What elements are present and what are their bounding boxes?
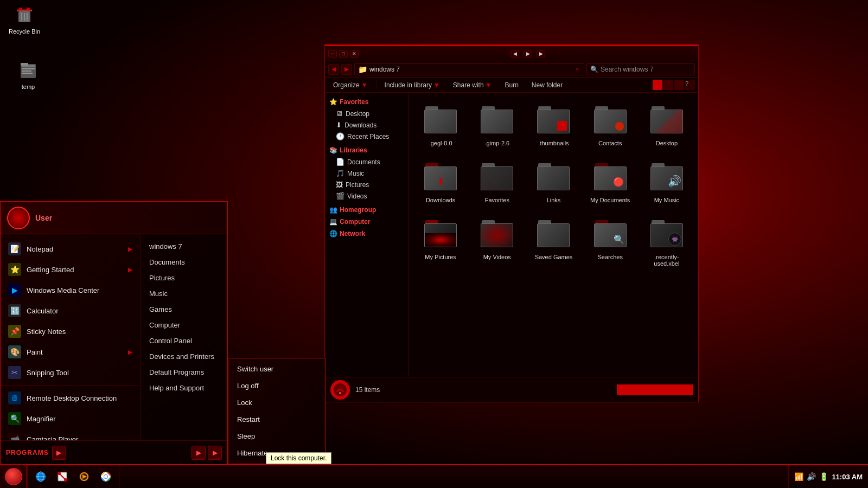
file-gimp-label: .gimp-2.6: [484, 140, 509, 146]
sm-snipping[interactable]: ✂ Snipping Tool: [1, 362, 140, 383]
file-my-pictures[interactable]: My Pictures: [414, 212, 467, 271]
taskbar-wmp[interactable]: [74, 467, 94, 486]
file-my-videos[interactable]: My Videos: [471, 212, 523, 271]
sm-paint[interactable]: 🎨 Paint ▶: [1, 342, 140, 362]
file-gegl[interactable]: .gegl-0.0: [414, 98, 467, 151]
system-clock[interactable]: 11:03 AM: [832, 473, 863, 481]
file-recently-used[interactable]: 👾 .recently-used.xbel: [641, 212, 693, 271]
file-thumbnails[interactable]: .thumbnails: [527, 98, 579, 151]
start-menu-body: 📝 Notepad ▶ ⭐ Getting Started ▶ ▶ Window…: [1, 234, 227, 440]
file-gimp[interactable]: .gimp-2.6: [471, 98, 523, 151]
power-switch-user[interactable]: Switch user: [228, 361, 325, 377]
file-desktop-label: Desktop: [656, 140, 678, 146]
power-log-off[interactable]: Log off: [228, 377, 325, 394]
share-with-button[interactable]: Share with ▼: [448, 80, 497, 91]
taskbar-snipping[interactable]: [53, 467, 72, 486]
sm-remote-desktop-label: Remote Desktop Connection: [27, 394, 117, 402]
sm-notepad-label: Notepad: [27, 245, 53, 253]
sidebar-music[interactable]: 🎵 Music: [325, 168, 409, 179]
temp-icon[interactable]: temp: [7, 60, 50, 90]
programs-btn2[interactable]: ▶: [192, 446, 206, 460]
taskbar-chrome[interactable]: [96, 467, 116, 486]
back-button[interactable]: ◀: [328, 64, 339, 75]
file-searches[interactable]: 🔍 Searches: [584, 212, 636, 271]
sm-right-help-support[interactable]: Help and Support: [141, 380, 227, 396]
sm-calculator[interactable]: 🔢 Calculator: [1, 300, 140, 321]
favorites-header[interactable]: ⭐ Favorites: [325, 96, 409, 108]
sm-right-windows7[interactable]: windows 7: [141, 239, 227, 254]
maximize-button[interactable]: □: [339, 50, 348, 57]
sm-right-control-panel[interactable]: Control Panel: [141, 333, 227, 349]
file-favorites[interactable]: Favorites: [471, 155, 523, 208]
computer-header[interactable]: 💻 Computer: [325, 216, 409, 228]
close-button[interactable]: ✕: [350, 50, 359, 57]
minimize-button[interactable]: ─: [328, 50, 337, 57]
sidebar-documents[interactable]: 📄 Documents: [325, 156, 409, 168]
sm-sticky-notes[interactable]: 📌 Sticky Notes: [1, 321, 140, 342]
file-my-videos-label: My Videos: [483, 254, 511, 260]
sidebar-downloads[interactable]: ⬇ Downloads: [325, 119, 409, 131]
file-saved-games[interactable]: Saved Games: [527, 212, 579, 271]
power-restart[interactable]: Restart: [228, 411, 325, 428]
help-button[interactable]: ?: [685, 80, 695, 90]
file-recently-used-label: .recently-used.xbel: [645, 254, 688, 267]
sidebar-desktop[interactable]: 🖥 Desktop: [325, 108, 409, 119]
organize-button[interactable]: Organize ▼: [328, 80, 373, 91]
username: User: [35, 214, 52, 222]
start-orb: [5, 468, 22, 485]
recycle-bin-icon[interactable]: Recycle Bin: [3, 4, 46, 35]
sm-remote-desktop[interactable]: 🖥 Remote Desktop Connection: [1, 388, 140, 408]
sidebar-videos[interactable]: 🎬 Videos: [325, 190, 409, 202]
network-header[interactable]: 🌐 Network: [325, 228, 409, 240]
file-my-music-label: My Music: [654, 197, 679, 203]
sm-right-pictures[interactable]: Pictures: [141, 270, 227, 286]
file-downloads[interactable]: ⬇ Downloads: [414, 155, 467, 208]
taskbar-ie[interactable]: [31, 467, 50, 486]
file-contacts[interactable]: Contacts: [584, 98, 636, 151]
view-details[interactable]: [663, 80, 673, 90]
temp-image: [17, 60, 39, 81]
forward-button[interactable]: ▶: [341, 64, 352, 75]
sm-right-computer[interactable]: Computer: [141, 317, 227, 333]
new-folder-button[interactable]: New folder: [527, 80, 567, 91]
titlebar-fwd[interactable]: ▶: [524, 50, 532, 57]
sm-right-documents[interactable]: Documents: [141, 254, 227, 270]
sidebar-pictures[interactable]: 🖼 Pictures: [325, 179, 409, 190]
titlebar-back[interactable]: ◀: [510, 50, 519, 57]
toolbar-sep1: [376, 81, 376, 89]
sm-getting-started[interactable]: ⭐ Getting Started ▶: [1, 259, 140, 280]
homegroup-header[interactable]: 👥 Homegroup: [325, 204, 409, 216]
programs-btn1[interactable]: ▶: [52, 446, 66, 460]
sm-magnifier[interactable]: 🔍 Magnifier: [1, 408, 140, 429]
sidebar-recent-places[interactable]: 🕐 Recent Places: [325, 131, 409, 142]
file-desktop[interactable]: Desktop: [641, 98, 693, 151]
sm-right-music[interactable]: Music: [141, 286, 227, 301]
sm-wmc[interactable]: ▶ Windows Media Center: [1, 280, 140, 300]
svg-point-24: [64, 478, 67, 481]
view-large-icons[interactable]: [653, 80, 662, 90]
libraries-header[interactable]: 📚 Libraries: [325, 144, 409, 156]
burn-button[interactable]: Burn: [500, 80, 523, 91]
taskbar-pinned-items: [27, 465, 119, 488]
power-lock[interactable]: Lock: [228, 394, 325, 411]
sm-notepad[interactable]: 📝 Notepad ▶: [1, 239, 140, 259]
file-my-music[interactable]: 🔊 My Music: [641, 155, 693, 208]
start-button[interactable]: [0, 465, 27, 488]
sm-right-games[interactable]: Games: [141, 301, 227, 317]
sm-paint-label: Paint: [27, 348, 43, 356]
explorer-statusbar: 15 items: [325, 377, 698, 402]
sm-right-default-programs[interactable]: Default Programs: [141, 364, 227, 380]
address-bar[interactable]: 📁 windows 7 ▼: [354, 63, 584, 75]
sm-right-devices-printers[interactable]: Devices and Printers: [141, 349, 227, 364]
programs-btn3[interactable]: ▶: [208, 446, 222, 460]
sm-sticky-notes-label: Sticky Notes: [27, 328, 66, 336]
search-bar[interactable]: 🔍 Search windows 7: [586, 63, 695, 75]
titlebar-extra[interactable]: ▶: [537, 50, 545, 57]
include-library-button[interactable]: Include in library ▼: [380, 80, 445, 91]
lock-tooltip: Lock this computer.: [266, 452, 331, 464]
file-links[interactable]: Links: [527, 155, 579, 208]
file-my-documents[interactable]: 🔴 My Documents: [584, 155, 636, 208]
explorer-main: .gegl-0.0 .gimp-2.6: [409, 93, 698, 377]
view-list[interactable]: [674, 80, 684, 90]
power-sleep[interactable]: Sleep: [228, 428, 325, 445]
